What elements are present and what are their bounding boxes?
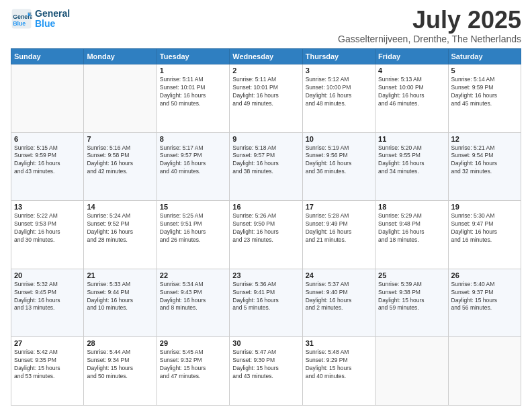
calendar-cell: 10Sunrise: 5:19 AM Sunset: 9:56 PM Dayli… <box>302 132 375 201</box>
calendar-cell: 3Sunrise: 5:12 AM Sunset: 10:00 PM Dayli… <box>302 64 375 133</box>
calendar-cell: 25Sunrise: 5:39 AM Sunset: 9:38 PM Dayli… <box>375 269 448 337</box>
day-content: Sunrise: 5:30 AM Sunset: 9:47 PM Dayligh… <box>451 212 518 244</box>
day-content: Sunrise: 5:33 AM Sunset: 9:44 PM Dayligh… <box>87 281 153 313</box>
calendar-cell: 29Sunrise: 5:45 AM Sunset: 9:32 PM Dayli… <box>157 337 229 406</box>
calendar-table: SundayMondayTuesdayWednesdayThursdayFrid… <box>11 48 521 406</box>
day-number: 31 <box>306 339 372 347</box>
day-content: Sunrise: 5:48 AM Sunset: 9:29 PM Dayligh… <box>306 349 372 381</box>
day-number: 12 <box>451 135 518 143</box>
weekday-header-friday: Friday <box>375 49 448 64</box>
day-number: 6 <box>14 135 81 143</box>
day-content: Sunrise: 5:36 AM Sunset: 9:41 PM Dayligh… <box>232 281 299 313</box>
calendar-week-row: 1Sunrise: 5:11 AM Sunset: 10:01 PM Dayli… <box>11 64 521 133</box>
day-number: 14 <box>87 203 153 211</box>
day-content: Sunrise: 5:17 AM Sunset: 9:57 PM Dayligh… <box>160 144 226 177</box>
day-content: Sunrise: 5:24 AM Sunset: 9:52 PM Dayligh… <box>87 212 153 244</box>
calendar-cell: 24Sunrise: 5:37 AM Sunset: 9:40 PM Dayli… <box>302 269 375 337</box>
calendar-cell: 5Sunrise: 5:14 AM Sunset: 9:59 PM Daylig… <box>448 64 521 133</box>
title-block: July 2025 Gasselternijveen, Drenthe, The… <box>338 8 521 44</box>
day-number: 13 <box>14 203 81 211</box>
day-content: Sunrise: 5:28 AM Sunset: 9:49 PM Dayligh… <box>306 212 372 244</box>
calendar-week-row: 13Sunrise: 5:22 AM Sunset: 9:53 PM Dayli… <box>11 201 521 269</box>
day-number: 23 <box>232 271 299 279</box>
day-content: Sunrise: 5:11 AM Sunset: 10:01 PM Daylig… <box>232 76 299 108</box>
calendar-cell: 31Sunrise: 5:48 AM Sunset: 9:29 PM Dayli… <box>302 337 375 406</box>
day-content: Sunrise: 5:20 AM Sunset: 9:55 PM Dayligh… <box>378 144 445 177</box>
logo: General Blue General Blue <box>11 8 70 30</box>
day-content: Sunrise: 5:18 AM Sunset: 9:57 PM Dayligh… <box>232 144 299 177</box>
calendar-cell: 22Sunrise: 5:34 AM Sunset: 9:43 PM Dayli… <box>157 269 229 337</box>
day-number: 20 <box>14 271 81 279</box>
day-number: 25 <box>378 271 445 279</box>
day-number: 8 <box>160 135 226 143</box>
month-title: July 2025 <box>338 8 521 32</box>
day-number: 2 <box>232 66 299 75</box>
calendar-cell <box>448 337 521 406</box>
calendar-cell: 17Sunrise: 5:28 AM Sunset: 9:49 PM Dayli… <box>302 201 375 269</box>
day-content: Sunrise: 5:39 AM Sunset: 9:38 PM Dayligh… <box>378 281 445 313</box>
calendar-cell: 18Sunrise: 5:29 AM Sunset: 9:48 PM Dayli… <box>375 201 448 269</box>
calendar-cell: 15Sunrise: 5:25 AM Sunset: 9:51 PM Dayli… <box>157 201 229 269</box>
day-content: Sunrise: 5:42 AM Sunset: 9:35 PM Dayligh… <box>14 349 81 381</box>
calendar-cell: 9Sunrise: 5:18 AM Sunset: 9:57 PM Daylig… <box>230 132 302 201</box>
calendar-cell: 14Sunrise: 5:24 AM Sunset: 9:52 PM Dayli… <box>84 201 157 269</box>
day-content: Sunrise: 5:19 AM Sunset: 9:56 PM Dayligh… <box>306 144 372 177</box>
day-content: Sunrise: 5:47 AM Sunset: 9:30 PM Dayligh… <box>232 349 299 381</box>
day-content: Sunrise: 5:15 AM Sunset: 9:59 PM Dayligh… <box>14 144 81 177</box>
calendar-cell <box>375 337 448 406</box>
location-subtitle: Gasselternijveen, Drenthe, The Netherlan… <box>338 34 521 44</box>
calendar-cell: 13Sunrise: 5:22 AM Sunset: 9:53 PM Dayli… <box>11 201 84 269</box>
page: General Blue General Blue July 2025 Gass… <box>0 0 532 411</box>
logo-blue: Blue <box>35 19 70 29</box>
calendar-cell: 20Sunrise: 5:32 AM Sunset: 9:45 PM Dayli… <box>11 269 84 337</box>
calendar-cell <box>11 64 84 133</box>
day-number: 4 <box>378 66 445 75</box>
weekday-header-saturday: Saturday <box>448 49 521 64</box>
weekday-header-monday: Monday <box>84 49 157 64</box>
day-number: 30 <box>232 339 299 347</box>
day-number: 7 <box>87 135 153 143</box>
calendar-cell: 7Sunrise: 5:16 AM Sunset: 9:58 PM Daylig… <box>84 132 157 201</box>
calendar-week-row: 20Sunrise: 5:32 AM Sunset: 9:45 PM Dayli… <box>11 269 521 337</box>
calendar-cell: 4Sunrise: 5:13 AM Sunset: 10:00 PM Dayli… <box>375 64 448 133</box>
weekday-header-row: SundayMondayTuesdayWednesdayThursdayFrid… <box>11 49 521 64</box>
day-content: Sunrise: 5:34 AM Sunset: 9:43 PM Dayligh… <box>160 281 226 313</box>
calendar-cell <box>84 64 157 133</box>
day-content: Sunrise: 5:22 AM Sunset: 9:53 PM Dayligh… <box>14 212 81 244</box>
logo-icon: General Blue <box>11 8 32 30</box>
calendar-cell: 1Sunrise: 5:11 AM Sunset: 10:01 PM Dayli… <box>157 64 229 133</box>
day-content: Sunrise: 5:45 AM Sunset: 9:32 PM Dayligh… <box>160 349 226 381</box>
day-number: 28 <box>87 339 153 347</box>
calendar-cell: 12Sunrise: 5:21 AM Sunset: 9:54 PM Dayli… <box>448 132 521 201</box>
weekday-header-sunday: Sunday <box>11 49 84 64</box>
day-number: 11 <box>378 135 445 143</box>
day-number: 24 <box>306 271 372 279</box>
calendar-cell: 6Sunrise: 5:15 AM Sunset: 9:59 PM Daylig… <box>11 132 84 201</box>
calendar-cell: 2Sunrise: 5:11 AM Sunset: 10:01 PM Dayli… <box>230 64 302 133</box>
day-number: 22 <box>160 271 226 279</box>
weekday-header-tuesday: Tuesday <box>157 49 229 64</box>
calendar-cell: 21Sunrise: 5:33 AM Sunset: 9:44 PM Dayli… <box>84 269 157 337</box>
day-content: Sunrise: 5:12 AM Sunset: 10:00 PM Daylig… <box>306 76 372 108</box>
day-content: Sunrise: 5:44 AM Sunset: 9:34 PM Dayligh… <box>87 349 153 381</box>
logo-general: General <box>35 9 70 19</box>
day-number: 19 <box>451 203 518 211</box>
calendar-week-row: 27Sunrise: 5:42 AM Sunset: 9:35 PM Dayli… <box>11 337 521 406</box>
day-number: 5 <box>451 66 518 75</box>
day-content: Sunrise: 5:37 AM Sunset: 9:40 PM Dayligh… <box>306 281 372 313</box>
day-content: Sunrise: 5:21 AM Sunset: 9:54 PM Dayligh… <box>451 144 518 177</box>
day-number: 3 <box>306 66 372 75</box>
day-content: Sunrise: 5:14 AM Sunset: 9:59 PM Dayligh… <box>451 76 518 108</box>
calendar-cell: 16Sunrise: 5:26 AM Sunset: 9:50 PM Dayli… <box>230 201 302 269</box>
day-content: Sunrise: 5:11 AM Sunset: 10:01 PM Daylig… <box>160 76 226 108</box>
calendar-cell: 19Sunrise: 5:30 AM Sunset: 9:47 PM Dayli… <box>448 201 521 269</box>
day-number: 16 <box>232 203 299 211</box>
calendar-cell: 26Sunrise: 5:40 AM Sunset: 9:37 PM Dayli… <box>448 269 521 337</box>
day-number: 29 <box>160 339 226 347</box>
day-content: Sunrise: 5:26 AM Sunset: 9:50 PM Dayligh… <box>232 212 299 244</box>
day-number: 21 <box>87 271 153 279</box>
day-content: Sunrise: 5:29 AM Sunset: 9:48 PM Dayligh… <box>378 212 445 244</box>
day-number: 18 <box>378 203 445 211</box>
day-number: 26 <box>451 271 518 279</box>
calendar-cell: 27Sunrise: 5:42 AM Sunset: 9:35 PM Dayli… <box>11 337 84 406</box>
